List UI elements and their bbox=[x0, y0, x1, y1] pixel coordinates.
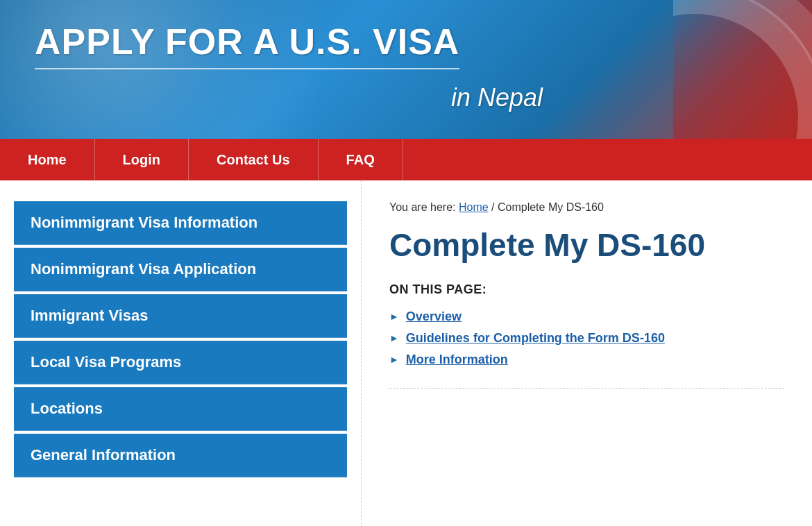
toc-link-overview[interactable]: Overview bbox=[406, 309, 462, 324]
toc-arrow-icon: ► bbox=[389, 354, 399, 365]
sidebar-item-immigrant-visas[interactable]: Immigrant Visas bbox=[14, 294, 347, 338]
toc-item-guidelines: ► Guidelines for Completing the Form DS-… bbox=[389, 331, 784, 346]
toc-arrow-icon: ► bbox=[389, 332, 399, 343]
breadcrumb: You are here: Home / Complete My DS-160 bbox=[389, 201, 784, 214]
toc-link-more-info[interactable]: More Information bbox=[406, 353, 508, 367]
main-content: Nonimmigrant Visa Information Nonimmigra… bbox=[0, 180, 812, 526]
sidebar-item-general-info[interactable]: General Information bbox=[14, 434, 347, 477]
toc-item-overview: ► Overview bbox=[389, 309, 784, 324]
nav-contact-us[interactable]: Contact Us bbox=[189, 139, 319, 180]
breadcrumb-prefix: You are here: bbox=[389, 201, 459, 213]
toc-link-guidelines[interactable]: Guidelines for Completing the Form DS-16… bbox=[406, 331, 665, 346]
toc-arrow-icon: ► bbox=[389, 311, 399, 322]
on-this-page-label: On this page: bbox=[389, 282, 784, 297]
main-nav: Home Login Contact Us FAQ bbox=[0, 139, 812, 180]
page-title: Complete My DS-160 bbox=[389, 228, 784, 263]
site-header: APPLY FOR A U.S. VISA in Nepal bbox=[0, 0, 812, 139]
header-stripe-decoration bbox=[673, 0, 812, 139]
sidebar-item-locations[interactable]: Locations bbox=[14, 387, 347, 431]
sidebar-item-nonimmigrant-app[interactable]: Nonimmigrant Visa Application bbox=[14, 248, 347, 291]
toc-item-more-info: ► More Information bbox=[389, 353, 784, 367]
sidebar: Nonimmigrant Visa Information Nonimmigra… bbox=[0, 180, 361, 526]
sidebar-item-nonimmigrant-info[interactable]: Nonimmigrant Visa Information bbox=[14, 201, 347, 245]
sidebar-item-local-visa[interactable]: Local Visa Programs bbox=[14, 341, 347, 384]
nav-faq[interactable]: FAQ bbox=[319, 139, 403, 180]
content-divider bbox=[389, 388, 784, 389]
nav-login[interactable]: Login bbox=[95, 139, 189, 180]
nav-home[interactable]: Home bbox=[0, 139, 95, 180]
content-area: You are here: Home / Complete My DS-160 … bbox=[361, 180, 812, 526]
toc-list: ► Overview ► Guidelines for Completing t… bbox=[389, 309, 784, 367]
breadcrumb-separator: / Complete My DS-160 bbox=[491, 201, 604, 213]
breadcrumb-home-link[interactable]: Home bbox=[459, 201, 489, 213]
